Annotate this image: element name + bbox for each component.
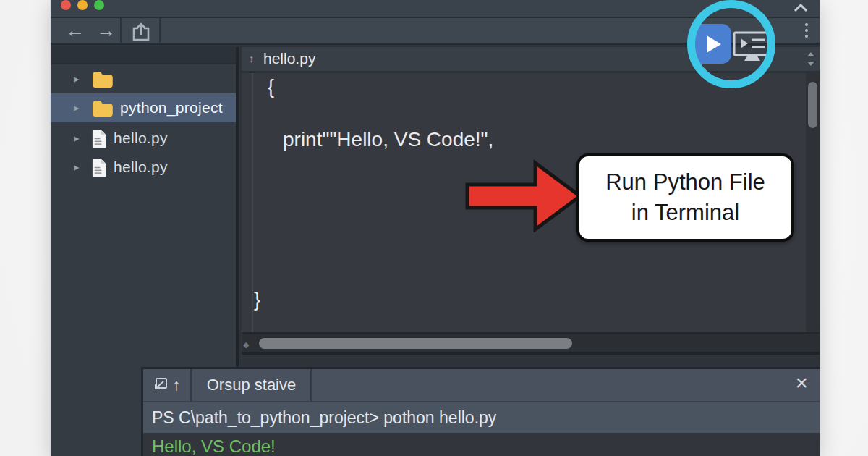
screenshot-stage: ← → ▸: [0, 0, 868, 456]
tree-item-folder[interactable]: ▸: [51, 64, 236, 93]
vertical-scrollbar-thumb[interactable]: [808, 82, 817, 128]
more-options-icon[interactable]: [805, 23, 808, 38]
share-icon[interactable]: [130, 22, 152, 45]
sidebar-header: [51, 47, 236, 64]
tree-item-label: hello.py: [114, 159, 168, 176]
red-arrow: [463, 154, 584, 235]
file-icon: [91, 158, 106, 177]
callout-line1: Run Python File: [605, 167, 765, 198]
chevron-right-icon[interactable]: ▸: [74, 161, 84, 174]
horizontal-scrollbar-track[interactable]: [242, 332, 820, 352]
terminal-tabbar: ↑ Orsup staive ×: [143, 369, 820, 401]
highlight-circle: [687, 0, 775, 88]
toolbar-divider: [159, 18, 161, 43]
resize-marker-icon: ◆: [243, 340, 249, 350]
terminal-actions: ↑: [143, 369, 192, 401]
traffic-lights: [61, 0, 104, 10]
minimize-window-button[interactable]: [77, 0, 88, 10]
tree-item-label: hello.py: [114, 130, 168, 147]
editor-tab-hello-py[interactable]: hello.py: [263, 50, 315, 67]
run-python-file-callout[interactable]: Run Python File in Terminal: [576, 153, 794, 242]
terminal-prompt-line[interactable]: PS C\path_to_python_project> pothon hell…: [143, 401, 820, 433]
chevron-right-icon[interactable]: ▸: [74, 72, 84, 85]
indent-guide: [252, 73, 253, 332]
callout-line2: in Terminal: [631, 198, 739, 228]
code-line-open-brace: {: [268, 76, 274, 98]
tree-item-hello-py[interactable]: ▸ hello.py: [51, 124, 236, 153]
forward-icon[interactable]: →: [96, 20, 116, 42]
open-panel-icon[interactable]: [153, 377, 168, 394]
tree-item-python-project[interactable]: ▸ python_project: [51, 93, 236, 122]
close-terminal-icon[interactable]: ×: [795, 371, 808, 395]
tree-item-label: python_project: [120, 99, 223, 117]
maximize-window-button[interactable]: [94, 0, 104, 10]
code-line-print: print""Hello, VS Code!",: [283, 128, 493, 151]
horizontal-scrollbar-thumb[interactable]: [259, 338, 572, 349]
chevron-right-icon[interactable]: ▸: [74, 101, 84, 114]
toolbar-divider: [120, 18, 122, 43]
terminal-panel: ↑ Orsup staive × PS C\path_to_python_pro…: [141, 367, 820, 456]
close-window-button[interactable]: [61, 0, 71, 10]
chevron-right-icon[interactable]: ▸: [74, 132, 84, 145]
tab-updown-icon: ↕: [249, 52, 255, 64]
terminal-tab[interactable]: Orsup staive: [192, 369, 312, 401]
file-icon: [91, 129, 106, 148]
folder-icon: [91, 99, 113, 117]
back-icon[interactable]: ←: [65, 20, 85, 42]
vertical-scrollbar-track[interactable]: [806, 73, 820, 332]
arrow-up-icon[interactable]: ↑: [173, 376, 181, 394]
terminal-tab-label: Orsup staive: [207, 376, 297, 394]
terminal-output-line: Hello, VS Code!: [143, 433, 820, 456]
tree-item-hello-py[interactable]: ▸ hello.py: [51, 153, 236, 182]
code-line-close-brace: }: [254, 289, 260, 311]
chevron-up-icon[interactable]: [793, 2, 808, 15]
split-editor-icon[interactable]: [807, 52, 815, 69]
folder-icon: [91, 70, 113, 88]
